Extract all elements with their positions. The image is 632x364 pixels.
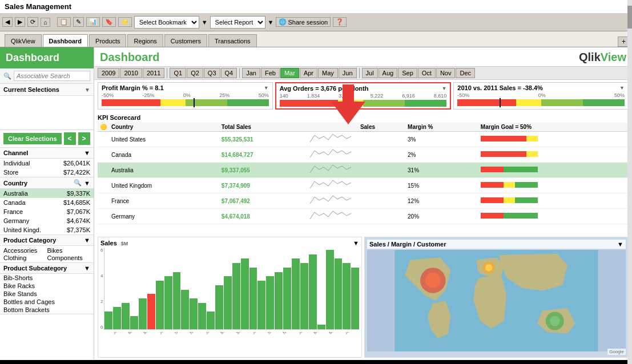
bookmark-select[interactable]: Select Bookmark [134, 16, 199, 29]
subcat-bottles[interactable]: Bottles and Cages [0, 298, 94, 306]
tab-transactions[interactable]: Transactions [208, 34, 257, 47]
tab-dashboard[interactable]: Dashboard [43, 34, 88, 47]
q4-btn[interactable]: Q4 [221, 68, 237, 78]
bar[interactable] [113, 307, 121, 329]
bar[interactable] [139, 298, 147, 329]
sales-chart-dropdown[interactable]: ▼ [353, 240, 359, 246]
aug-btn[interactable]: Aug [379, 68, 398, 78]
cat-clothing[interactable]: Clothing [3, 254, 47, 261]
channel-arrow[interactable]: ▼ [84, 149, 90, 156]
bar[interactable] [275, 272, 283, 329]
bar[interactable] [317, 325, 325, 329]
country-canada[interactable]: Canada $14,685K [0, 198, 94, 207]
bar[interactable] [130, 316, 138, 329]
jul-btn[interactable]: Jul [362, 68, 378, 78]
current-selections-arrow[interactable]: ▼ [84, 87, 90, 93]
country-uk[interactable]: United Kingd. $7,375K [0, 225, 94, 234]
jan-btn[interactable]: Jan [242, 68, 260, 78]
home-btn[interactable]: ⌂ [41, 18, 50, 27]
product-category-arrow[interactable]: ▼ [84, 237, 90, 244]
table-row[interactable]: Australia $9,337,055 31% [98, 163, 629, 178]
bar[interactable] [249, 268, 257, 329]
may-btn[interactable]: May [318, 68, 338, 78]
bar[interactable] [241, 258, 249, 329]
cat-accessories[interactable]: Accessories [3, 247, 47, 254]
help-btn[interactable]: ❓ [333, 17, 347, 27]
bar[interactable] [104, 312, 112, 329]
bar[interactable] [335, 258, 343, 329]
oct-btn[interactable]: Oct [418, 68, 436, 78]
bar[interactable] [292, 258, 300, 329]
bar[interactable] [198, 303, 206, 329]
year-2011-btn[interactable]: 2011 [143, 68, 164, 78]
year-2010-btn[interactable]: 2010 [120, 68, 142, 78]
country-search-icon[interactable]: 🔍 [74, 179, 82, 187]
bar[interactable] [351, 268, 359, 329]
kpi-profit-dropdown[interactable]: ▼ [264, 85, 269, 91]
q2-btn[interactable]: Q2 [187, 68, 203, 78]
bar[interactable] [300, 263, 308, 329]
dec-btn[interactable]: Dec [456, 68, 475, 78]
scrollbar[interactable] [627, 0, 632, 364]
subcat-bottom-brackets[interactable]: Bottom Brackets [0, 306, 94, 314]
tab-products[interactable]: Products [89, 34, 126, 47]
toolbar-btn-5[interactable]: ⭐ [118, 17, 132, 27]
country-australia[interactable]: Australia $9,337K [0, 189, 94, 198]
bar[interactable] [283, 268, 291, 329]
report-select[interactable]: Select Report [210, 16, 265, 29]
jun-btn[interactable]: Jun [339, 68, 357, 78]
product-subcategory-arrow[interactable]: ▼ [84, 265, 90, 272]
clear-selections-btn[interactable]: Clear Selections [3, 133, 62, 144]
subcat-bike-racks[interactable]: Bike Racks [0, 282, 94, 290]
channel-store[interactable]: Store $72,422K [0, 168, 94, 177]
year-2009-btn[interactable]: 2009 [98, 68, 119, 78]
cat-bikes[interactable]: Bikes [47, 247, 91, 254]
feb-btn[interactable]: Feb [261, 68, 280, 78]
bar[interactable] [257, 281, 265, 329]
kpi-sales-dropdown[interactable]: ▼ [619, 85, 625, 91]
table-row[interactable]: Canada $14,684,727 2% [98, 147, 629, 163]
q1-btn[interactable]: Q1 [170, 68, 186, 78]
apr-btn[interactable]: Apr [300, 68, 317, 78]
q3-btn[interactable]: Q3 [204, 68, 220, 78]
table-row[interactable]: United Kingdom $7,374,909 15% [98, 178, 629, 193]
bar[interactable] [343, 263, 351, 329]
back-btn[interactable]: ◀ [2, 17, 13, 27]
forward-btn[interactable]: ▶ [15, 17, 25, 27]
bar[interactable] [207, 312, 215, 329]
subcat-bike-stands[interactable]: Bike Stands [0, 290, 94, 298]
sep-btn[interactable]: Sep [398, 68, 417, 78]
table-row[interactable]: United States $55,325,531 3% [98, 132, 629, 147]
bar[interactable] [147, 294, 155, 329]
tab-qlikview[interactable]: QlikView [5, 34, 42, 47]
toolbar-btn-4[interactable]: 🔖 [102, 17, 116, 27]
bar[interactable] [164, 276, 172, 329]
nov-btn[interactable]: Nov [436, 68, 456, 78]
kpi-orders-dropdown[interactable]: ▼ [441, 86, 446, 91]
toolbar-btn-2[interactable]: ✎ [73, 17, 84, 27]
tab-regions[interactable]: Regions [127, 34, 163, 47]
map-dropdown[interactable]: ▼ [617, 241, 623, 248]
table-row[interactable]: Germany $4,674,018 20% [98, 209, 629, 224]
bar[interactable] [309, 254, 317, 329]
cat-components[interactable]: Components [47, 254, 91, 261]
toolbar-btn-1[interactable]: 📋 [57, 17, 71, 27]
bar[interactable] [122, 303, 130, 329]
mar-btn[interactable]: Mar [280, 68, 299, 78]
bar[interactable] [156, 281, 164, 329]
bar[interactable] [215, 285, 223, 329]
bar[interactable] [326, 250, 334, 329]
nav-prev-btn[interactable]: < [64, 132, 76, 145]
tab-customers[interactable]: Customers [164, 34, 207, 47]
search-input[interactable] [14, 71, 90, 81]
bar[interactable] [173, 272, 181, 329]
scrollbar-thumb[interactable] [627, 6, 632, 29]
country-germany[interactable]: Germany $4,674K [0, 216, 94, 225]
nav-next-btn[interactable]: > [78, 132, 90, 145]
subcat-bib-shorts[interactable]: Bib-Shorts [0, 274, 94, 282]
bar[interactable] [181, 290, 189, 330]
refresh-btn[interactable]: ⟳ [27, 17, 38, 27]
table-row[interactable]: France $7,067,492 12% [98, 193, 629, 209]
channel-individual[interactable]: Individual $26,041K [0, 159, 94, 168]
bar[interactable] [232, 263, 240, 329]
